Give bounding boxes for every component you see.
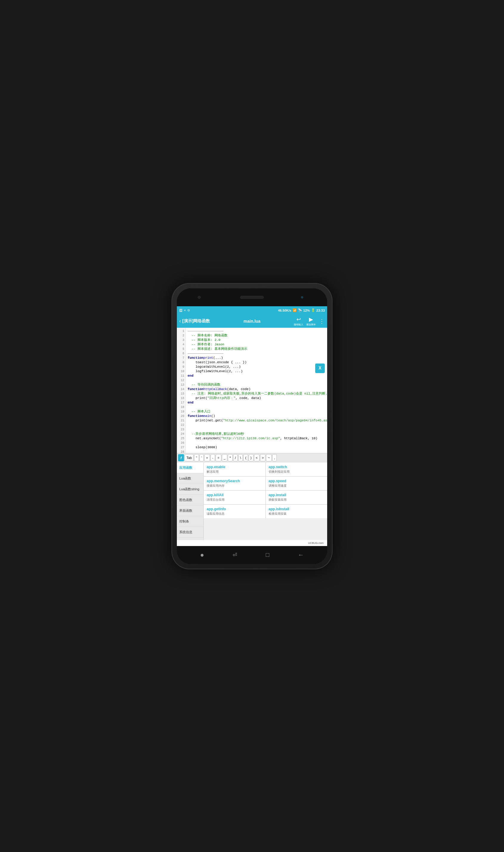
code-line-10: logfileWithLevel(2, ...) xyxy=(187,369,325,374)
home-button[interactable]: □ xyxy=(266,551,269,558)
code-line-20: function main() xyxy=(187,414,325,418)
code-line-3: -- 脚本版本: 2.0 xyxy=(187,338,325,342)
back-button[interactable]: ‹ xyxy=(179,318,181,324)
title-bar-right: ↩ 撤销输入 ▶ 播放脚本 ⋮ xyxy=(276,316,325,326)
phone-inner: 🖼 ✕ ⊖ 46.50K/s 📶 📡 12% 🔋 23:33 ‹ [演示]网 xyxy=(177,288,327,564)
func-card-app-speed[interactable]: app.speed 调整应用速度 xyxy=(266,476,327,490)
kb-tilde[interactable]: ~ xyxy=(266,454,271,461)
project-title: [演示]网络函数 xyxy=(182,319,210,324)
code-line-14: function httpCallBack(data, code) xyxy=(187,387,325,392)
close-icon: ✕ xyxy=(184,309,186,312)
code-line-16: print("回调http内容：", code, data) xyxy=(187,396,325,400)
kb-minus[interactable]: - xyxy=(211,454,215,461)
line-numbers: 12345 678910 1112131415 1617181920 21222… xyxy=(177,328,186,453)
code-scroll: 12345 678910 1112131415 1617181920 21222… xyxy=(177,328,327,453)
kb-tab[interactable]: Tab xyxy=(185,454,194,461)
kb-gt[interactable]: > xyxy=(260,454,266,461)
func-card-app-memory-search[interactable]: app.memorySearch 搜索应用内存 xyxy=(204,476,266,490)
kb-quote-double[interactable]: " xyxy=(194,454,199,461)
phone-frame: 🖼 ✕ ⊖ 46.50K/s 📶 📡 12% 🔋 23:33 ‹ [演示]网 xyxy=(172,283,332,569)
code-line-12 xyxy=(187,378,325,383)
code-line-26 xyxy=(187,441,325,445)
screen: 🖼 ✕ ⊖ 46.50K/s 📶 📡 12% 🔋 23:33 ‹ [演示]网 xyxy=(177,306,327,546)
code-line-1 xyxy=(187,329,325,333)
battery-level: 12% xyxy=(303,309,310,312)
clock: 23:33 xyxy=(317,309,325,312)
func-card-app-install[interactable]: app.install 静默安装应用 xyxy=(266,491,327,504)
title-bar-left: ‹ [演示]网络函数 xyxy=(179,318,228,324)
menu-button[interactable]: ⋮ xyxy=(319,318,325,325)
kb-comma[interactable]: , xyxy=(272,454,277,461)
code-line-27: sleep(3000) xyxy=(187,445,325,450)
code-line-22 xyxy=(187,423,325,427)
code-line-7: function print(...) xyxy=(187,356,325,360)
notification-icon: 🖼 xyxy=(179,309,182,312)
sidebar-item-color-funcs[interactable]: 图色函数 xyxy=(177,495,203,506)
func-card-app-kill-all[interactable]: app.killAll 清理后台应用 xyxy=(204,491,266,504)
kb-quote-single[interactable]: ' xyxy=(199,454,204,461)
code-line-15: -- 注意: 网络超时,或获取失败,异步的传入第一二参数(data,code)会… xyxy=(187,392,325,396)
code-line-6 xyxy=(187,351,325,356)
code-text: -- 脚本名称: 网络函数 -- 脚本版本: 2.0 -- 脚本作者: Jaso… xyxy=(186,328,327,453)
watermark: UCBUG.com xyxy=(308,542,324,545)
func-main: app.enable 解冻应用 app.switch 切换到指定应用 app.m… xyxy=(204,463,327,540)
kb-backslash[interactable]: \ xyxy=(238,454,243,461)
kb-asterisk[interactable]: * xyxy=(228,454,233,461)
code-editor[interactable]: 12345 678910 1112131415 1617181920 21222… xyxy=(177,328,327,453)
kb-slash[interactable]: / xyxy=(233,454,238,461)
bottom-nav: ● ⏎ □ ← xyxy=(177,546,327,564)
kb-plus[interactable]: + xyxy=(204,454,210,461)
func-card-app-is-install[interactable]: app.isInstall 检查应用安装 xyxy=(266,505,327,518)
func-sidebar: 应用函数 Lua函数 Lua函数string 图色函数 界面函数 控制条 系统信… xyxy=(177,463,204,540)
kb-underscore[interactable]: _ xyxy=(222,454,227,461)
code-line-24: --异步请求网络结果,默认超时30秒 xyxy=(187,432,325,436)
code-line-4: -- 脚本作者: Jason xyxy=(187,342,325,347)
run-button[interactable]: ▶ 播放脚本 xyxy=(306,316,316,326)
kb-equals[interactable]: = xyxy=(216,454,221,461)
func-card-app-switch[interactable]: app.switch 切换到指定应用 xyxy=(266,463,327,476)
sidebar-item-sysinfo[interactable]: 系统信息 xyxy=(177,527,203,538)
func-card-app-get-info[interactable]: app.getInfo 读取应用信息 xyxy=(204,505,266,518)
status-right: 46.50K/s 📶 📡 12% 🔋 23:33 xyxy=(278,308,325,312)
filename: main.lua xyxy=(228,319,276,324)
code-line-23 xyxy=(187,427,325,432)
code-line-2: -- 脚本名称: 网络函数 xyxy=(187,333,325,338)
code-line-19: -- 脚本入口 xyxy=(187,410,325,414)
speaker xyxy=(240,296,264,299)
code-line-5: -- 脚本描述: 基本网络操作功能演示 xyxy=(187,347,325,351)
func-grid: app.enable 解冻应用 app.switch 切换到指定应用 app.m… xyxy=(204,463,327,518)
code-line-25: net.asyncGet("http://1212.ip138.com/ic.a… xyxy=(187,436,325,441)
keyboard-toolbar: f Tab " ' + - = _ * / \ ( ) < > ~ , xyxy=(177,453,327,463)
sidebar-item-app-funcs[interactable]: 应用函数 xyxy=(177,463,203,473)
code-line-28 xyxy=(187,450,325,453)
status-left: 🖼 ✕ ⊖ xyxy=(179,308,190,312)
front-sensor xyxy=(301,296,303,298)
sidebar-item-lua-string[interactable]: Lua函数string xyxy=(177,484,203,495)
phone-top-bar xyxy=(177,288,327,306)
sidebar-item-controls[interactable]: 控制条 xyxy=(177,516,203,527)
front-camera xyxy=(198,296,201,299)
sidebar-item-ui-funcs[interactable]: 界面函数 xyxy=(177,506,203,516)
kb-lt[interactable]: < xyxy=(254,454,259,461)
dot-button[interactable]: ● xyxy=(200,551,204,559)
func-card-app-enable[interactable]: app.enable 解冻应用 xyxy=(204,463,266,476)
title-bar: ‹ [演示]网络函数 main.lua ↩ 撤销输入 ▶ 播放脚本 ⋮ xyxy=(177,314,327,328)
back-nav-button[interactable]: ← xyxy=(298,551,304,558)
pause-icon: ⊖ xyxy=(187,308,190,312)
kb-paren-close[interactable]: ) xyxy=(249,454,253,461)
battery-icon: 🔋 xyxy=(311,308,315,312)
code-line-21: print(net.get("http://www.qicaispace.com… xyxy=(187,418,325,423)
wifi-icon: 📶 xyxy=(292,308,297,312)
undo-button[interactable]: ↩ 撤销输入 xyxy=(294,316,303,326)
code-line-11: end xyxy=(187,374,325,378)
sidebar-item-lua-funcs[interactable]: Lua函数 xyxy=(177,473,203,484)
func-button[interactable]: f xyxy=(178,454,184,461)
x-close-button[interactable]: X xyxy=(315,364,325,373)
recent-apps-button[interactable]: ⏎ xyxy=(233,552,237,558)
code-line-18 xyxy=(187,405,325,410)
code-line-13: -- 等待回调的函数 xyxy=(187,383,325,387)
signal-icon: 📡 xyxy=(298,308,302,312)
code-line-8: toast(json.encode { ... }) xyxy=(187,360,325,365)
kb-paren-open[interactable]: ( xyxy=(244,454,248,461)
code-line-9: logcatWithLevel(2, ...) xyxy=(187,365,325,369)
